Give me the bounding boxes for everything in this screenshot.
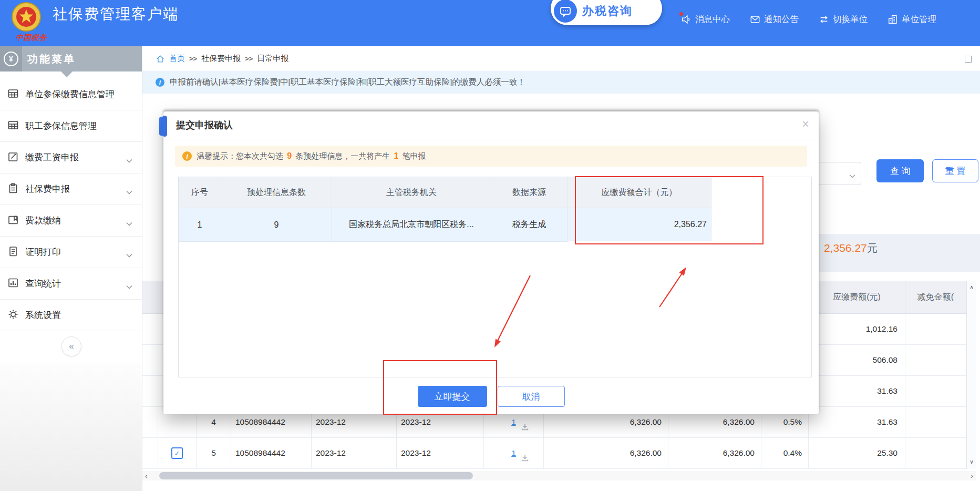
col-seq: 序号 (179, 177, 221, 208)
bar-chart-icon (7, 277, 19, 291)
total-payable-cell: 2,356.27 (568, 208, 711, 241)
close-icon[interactable]: × (802, 118, 809, 130)
sidebar-item-fee-payment[interactable]: 费款缴纳 (0, 205, 142, 237)
notification-badge (679, 12, 683, 16)
speaker-icon (681, 14, 692, 25)
query-button[interactable]: 查 询 (876, 159, 924, 182)
nav-switch-unit[interactable]: 切换单位 (819, 14, 868, 25)
detail-link[interactable]: 1 (511, 448, 516, 458)
edit-icon (7, 151, 19, 165)
sidebar-collapse-button[interactable]: « (61, 336, 81, 356)
home-icon (156, 54, 165, 64)
period-start-cell: 2023-12 (312, 438, 397, 469)
scroll-up-icon[interactable]: ∧ (967, 284, 976, 291)
chevron-down-icon (126, 219, 132, 228)
col-header-reduction: 减免金额( (905, 281, 966, 314)
dialog-title: 提交申报确认 (176, 119, 233, 131)
sidebar-item-label: 缴费工资申报 (25, 151, 79, 163)
payable-cell: 31.63 (809, 376, 905, 407)
table-row: ✓ 5 10508984442 2023-12 2023-12 1 6,326.… (142, 438, 966, 469)
tax-emblem-logo: 中国税务 (5, 2, 47, 35)
sidebar-item-certificate-print[interactable]: 证明打印 (0, 237, 142, 268)
tax-consult-button[interactable]: 办税咨询 (551, 0, 662, 25)
scroll-left-icon[interactable]: ‹ (145, 471, 148, 480)
seq-cell: 1 (179, 208, 221, 242)
dialog-warning-bar: i 温馨提示：您本次共勾选 9 条预处理信息，一共将产生 1 笔申报 (175, 146, 807, 167)
col-tax-authority: 主管税务机关 (332, 177, 491, 208)
warning-icon: i (182, 151, 192, 161)
info-icon: i (156, 78, 164, 87)
nav-message-center[interactable]: 消息中心 (681, 14, 730, 25)
nav-label: 单位管理 (902, 14, 936, 25)
dialog-actions: 立即提交 取消 (163, 386, 819, 407)
payable-cell: 506.08 (809, 345, 905, 376)
scroll-down-icon[interactable]: ∨ (967, 458, 976, 465)
nav-unit-management[interactable]: 单位管理 (888, 14, 936, 25)
breadcrumb-home-link[interactable]: 首页 (169, 54, 185, 64)
sidebar-item-employee-insured-info[interactable]: 职工参保信息管理 (0, 110, 142, 142)
sidebar-item-label: 系统设置 (25, 309, 61, 321)
maximize-icon[interactable] (965, 56, 972, 63)
total-amount-value: 2,356.27 (824, 242, 867, 254)
total-amount: 2,356.27元 (824, 241, 878, 255)
app-window: 中国税务 社保费管理客户端 办税咨询 (0, 0, 980, 491)
row-checkbox-checked[interactable]: ✓ (171, 447, 183, 459)
sidebar-title: 功能菜单 (27, 46, 76, 71)
sidebar-item-label: 职工参保信息管理 (25, 120, 97, 132)
sidebar-footer-area (0, 363, 142, 491)
download-icon[interactable] (521, 454, 529, 464)
chat-bubble-icon (554, 0, 577, 23)
data-source-cell: 税务生成 (491, 208, 568, 242)
sidebar-item-social-insurance-declare[interactable]: 社保费申报 (0, 173, 142, 205)
sidebar-item-payment-wage-declare[interactable]: 缴费工资申报 (0, 142, 142, 173)
logo-text: 中国税务 (8, 33, 55, 43)
declaration-count: 1 (392, 151, 400, 160)
col-data-source: 数据来源 (491, 177, 568, 208)
wallet-icon (7, 214, 19, 228)
amount1-cell: 6,326.00 (544, 438, 668, 469)
col-total-payable: 应缴费额合计（元） (568, 177, 711, 208)
nav-notice-announcement[interactable]: 通知公告 (750, 14, 799, 25)
confirm-table-header: 序号 预处理信息条数 主管税务机关 数据来源 应缴费额合计（元） (179, 177, 811, 208)
confirm-table-row[interactable]: 1 9 国家税务总局北京市朝阳区税务... 税务生成 2,356.27 (179, 208, 811, 242)
chevron-down-icon (126, 156, 132, 165)
tax-authority-cell: 国家税务总局北京市朝阳区税务... (332, 208, 491, 242)
sidebar-item-query-statistics[interactable]: 查询统计 (0, 268, 142, 300)
confirm-table: 序号 预处理信息条数 主管税务机关 数据来源 应缴费额合计（元） 1 9 国家税… (178, 177, 812, 377)
sidebar-item-system-settings[interactable]: 系统设置 (0, 300, 142, 331)
sidebar-item-label: 费款缴纳 (25, 214, 61, 227)
mail-icon (750, 14, 760, 25)
nav-label: 通知公告 (764, 14, 799, 25)
top-nav: 消息中心 通知公告 切换单位 (681, 14, 936, 25)
seq-cell: 5 (197, 438, 231, 469)
download-icon[interactable] (521, 423, 529, 433)
submit-now-button[interactable]: 立即提交 (418, 386, 487, 407)
chevron-down-icon (126, 250, 132, 260)
dialog-header: 提交申报确认 × (163, 111, 819, 139)
detail-link[interactable]: 1 (511, 417, 516, 427)
rate-cell: 0.4% (761, 438, 809, 469)
submit-confirm-dialog: 提交申报确认 × i 温馨提示：您本次共勾选 9 条预处理信息，一共将产生 1 … (163, 111, 819, 414)
selected-count: 9 (285, 151, 293, 160)
reset-button[interactable]: 重 置 (932, 159, 978, 182)
breadcrumb: 首页 >> 社保费申报 >> 日常申报 (142, 46, 980, 71)
yen-coin-icon: ¥ (0, 46, 22, 71)
sidebar-item-unit-insured-info[interactable]: 单位参保缴费信息管理 (0, 79, 142, 110)
payable-cell: 1,012.16 (809, 314, 905, 345)
number-cell: 10508984442 (231, 438, 312, 469)
detail-link-cell: 1 (484, 438, 544, 469)
sidebar: ¥ 功能菜单 单位参保缴费信息管理 职工参保信息管理 (0, 46, 142, 491)
payable-cell: 31.63 (809, 407, 905, 438)
chevron-down-icon (849, 171, 855, 180)
horizontal-scrollbar[interactable]: ‹ › (142, 471, 976, 480)
sidebar-menu: 单位参保缴费信息管理 职工参保信息管理 缴费工资申报 (0, 79, 142, 331)
scroll-right-icon[interactable]: › (971, 471, 973, 480)
horizontal-scrollbar-thumb[interactable] (159, 472, 473, 479)
cancel-button[interactable]: 取消 (498, 386, 565, 407)
period-end-cell: 2023-12 (397, 438, 484, 469)
notice-text: 申报前请确认[基本医疗保险费]中[职工基本医疗保险]和[职工大额医疗互助保险]的… (170, 77, 525, 88)
consult-label: 办税咨询 (582, 3, 633, 19)
sidebar-item-label: 查询统计 (25, 278, 61, 290)
vertical-scrollbar[interactable]: ∧ ∨ (967, 281, 976, 468)
col-precount: 预处理信息条数 (221, 177, 332, 208)
